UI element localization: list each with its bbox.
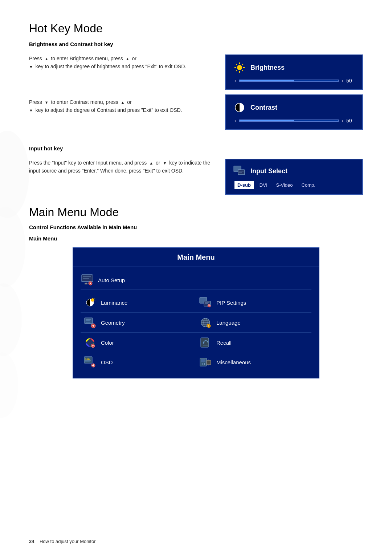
footer: 24 How to adjust your Monitor — [29, 539, 96, 544]
main-menu-mode-title: Main Menu Mode — [29, 206, 363, 219]
osd-menu-icon: OSD — [83, 356, 97, 369]
svg-text:A: A — [208, 325, 209, 327]
svg-line-32 — [94, 298, 94, 299]
menu-item-misc: Miscellaneous — [196, 352, 311, 372]
main-menu-osd-body: Auto Setup — [73, 267, 319, 378]
menu-item-color: Color — [81, 333, 196, 352]
contrast-slider-row: ‹ › 50 — [234, 118, 355, 123]
luminance-label: Luminance — [101, 300, 127, 306]
arrow-up-2: ▲ — [126, 57, 130, 61]
main-menu-grid: Luminance — [81, 293, 311, 372]
hot-key-mode-title: Hot Key Mode — [29, 22, 363, 35]
main-menu-osd-title: Main Menu — [73, 248, 319, 267]
main-menu-mode-section: Main Menu Mode Control Functions Availab… — [29, 206, 363, 378]
input-select-icon — [233, 165, 246, 178]
footer-page-number: 24 — [29, 539, 34, 544]
arrow-down-2: ▼ — [45, 100, 49, 105]
input-hotkey-text: Press the "Input" key to enter Input men… — [29, 159, 211, 195]
recall-icon — [199, 336, 212, 349]
input-text: Press the "Input" key to enter Input men… — [29, 160, 147, 166]
svg-text:OSD: OSD — [85, 358, 90, 360]
contrast-osd-header: Contrast — [233, 101, 355, 114]
recall-label: Recall — [216, 340, 232, 346]
svg-point-29 — [91, 299, 94, 301]
luminance-icon — [83, 296, 97, 309]
svg-line-12 — [236, 70, 237, 72]
brightness-arrow-left: ‹ — [234, 78, 236, 84]
contrast-arrow-right: › — [342, 118, 343, 123]
contrast-value: 50 — [346, 118, 355, 123]
arrow-down-1: ▼ — [29, 65, 33, 69]
geometry-icon — [83, 316, 97, 329]
input-option-dsub: D-sub — [234, 181, 254, 189]
brightness-contrast-subtitle: Brightness and Contrast hot key — [29, 41, 363, 47]
contrast-icon — [233, 101, 246, 114]
brightness-contrast-section: Press ▲ to enter Brightness menu, press … — [29, 54, 363, 134]
contrast-slider-fill — [240, 120, 294, 121]
misc-icon — [199, 356, 212, 369]
input-option-comp: Comp. — [299, 181, 318, 189]
brightness-slider-fill — [240, 80, 294, 81]
auto-setup-label: Auto Setup — [98, 277, 125, 283]
osd-column: Brightness ‹ › 50 — [225, 54, 363, 134]
menu-item-geometry: Geometry — [81, 313, 196, 333]
input-option-dvi: DVI — [257, 181, 270, 189]
menu-item-language: A Language — [196, 313, 311, 333]
svg-line-9 — [236, 64, 237, 65]
arrow-up-1: ▲ — [45, 57, 49, 61]
color-label: Color — [101, 340, 114, 346]
arrow-up-3: ▲ — [121, 100, 125, 105]
main-menu-osd: Main Menu — [73, 247, 319, 378]
brightness-contrast-text: Press ▲ to enter Brightness menu, press … — [29, 54, 211, 134]
brightness-slider-row: ‹ › 50 — [234, 78, 355, 84]
menu-item-luminance: Luminance — [81, 293, 196, 313]
auto-setup-icon — [81, 274, 94, 287]
brightness-osd-header: Brightness — [233, 61, 355, 74]
osd-label: OSD — [101, 359, 113, 365]
brightness-text4: key to adjust the degree of brightness a… — [36, 64, 186, 69]
contrast-text4: key to adjust the degree of Contrast and… — [36, 107, 182, 113]
pip-icon — [199, 296, 212, 309]
misc-label: Miscellaneous — [216, 359, 251, 365]
menu-item-recall: Recall — [196, 333, 311, 352]
svg-rect-24 — [85, 283, 87, 284]
contrast-text2: to enter Contrast menu, press — [51, 99, 118, 105]
menu-left-items: Luminance — [81, 293, 196, 372]
input-hotkey-subtitle: Input hot key — [29, 145, 363, 151]
brightness-text1: Press — [29, 56, 42, 61]
svg-line-10 — [242, 70, 244, 72]
svg-rect-66 — [201, 338, 209, 347]
input-options-row: D-sub DVI S-Video Comp. — [234, 181, 355, 189]
input-paragraph: Press the "Input" key to enter Input men… — [29, 159, 211, 175]
brightness-osd: Brightness ‹ › 50 — [225, 54, 363, 90]
input-select-osd: Input Select D-sub DVI S-Video Comp. — [225, 159, 363, 195]
brightness-text2: to enter Brightness menu, press — [51, 56, 123, 61]
input-osd-column: Input Select D-sub DVI S-Video Comp. — [225, 159, 363, 195]
menu-item-auto-setup: Auto Setup — [81, 271, 311, 290]
geometry-label: Geometry — [101, 320, 125, 326]
brightness-arrow-right: › — [342, 78, 343, 84]
input-select-header: Input Select — [233, 165, 355, 178]
contrast-slider-track — [239, 119, 339, 122]
brightness-text3: or — [132, 56, 136, 61]
brightness-label: Brightness — [250, 64, 285, 72]
svg-rect-70 — [201, 359, 205, 362]
brightness-slider-track — [239, 80, 339, 82]
footer-text: How to adjust your Monitor — [40, 539, 96, 544]
svg-line-11 — [242, 64, 244, 65]
language-label: Language — [216, 320, 241, 326]
contrast-text1: Press — [29, 99, 42, 105]
input-text2: or — [156, 160, 160, 166]
input-hotkey-section: Press the "Input" key to enter Input men… — [29, 159, 363, 195]
main-menu-label: Main Menu — [29, 235, 363, 242]
input-option-svideo: S-Video — [273, 181, 296, 189]
svg-point-4 — [237, 65, 242, 70]
svg-rect-74 — [207, 361, 210, 364]
menu-item-osd: OSD OSD — [81, 352, 196, 372]
arrow-down-3: ▼ — [29, 108, 33, 113]
brightness-value: 50 — [346, 78, 355, 84]
menu-item-pip: PIP Settings — [196, 293, 311, 313]
arrow-up-input: ▲ — [149, 161, 153, 165]
contrast-paragraph: Press ▼ to enter Contrast menu, press ▲ … — [29, 98, 211, 114]
main-menu-mode-subtitle: Control Functions Available in Main Menu — [29, 224, 363, 230]
